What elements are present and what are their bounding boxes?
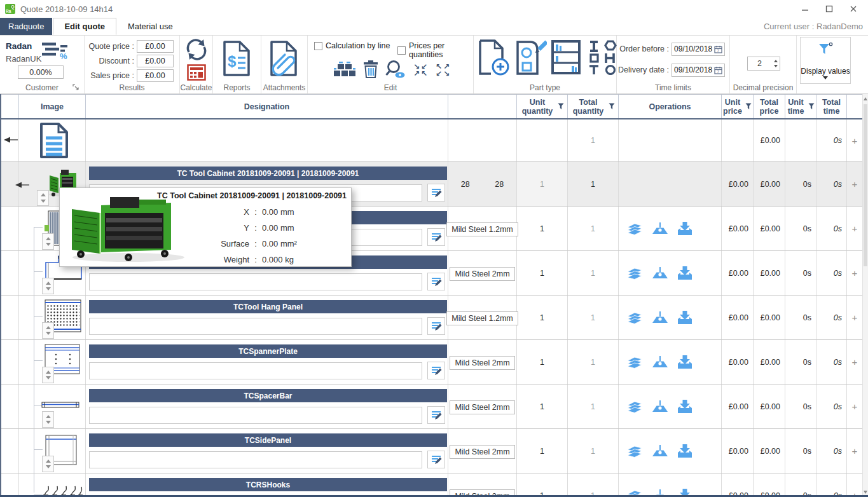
spinner-down-icon[interactable]: [46, 332, 51, 335]
part-row[interactable]: TCSidePanelMild Steel 2mm11£0.00£0.000s0…: [0, 429, 862, 473]
expand-all-icon[interactable]: ↖↗↙↘: [435, 64, 450, 78]
header-unit-price[interactable]: Unit price: [722, 95, 754, 118]
part-row[interactable]: TCRSHooksMild Steel 2mm11£0.00£0.000s0s+: [0, 473, 862, 496]
tab-radquote[interactable]: Radquote: [0, 18, 52, 35]
edit-part-icon[interactable]: [514, 39, 547, 78]
nesting-operation-icon[interactable]: [626, 400, 643, 413]
material-selector[interactable]: Mild Steel 2mm: [450, 445, 514, 459]
vertical-scrollbar[interactable]: [862, 94, 868, 497]
comment-input[interactable]: [89, 362, 422, 379]
spinner-up-icon[interactable]: [46, 371, 51, 374]
sales-price-input[interactable]: £0.00: [137, 69, 174, 82]
minimize-button[interactable]: [793, 0, 817, 18]
customer-discount-input[interactable]: 0.00%: [18, 65, 64, 79]
header-total-time[interactable]: Total time: [816, 95, 847, 118]
stepper-up-icon[interactable]: [774, 60, 778, 62]
header-total-quantity[interactable]: Total quantity: [568, 95, 619, 118]
note-button[interactable]: [427, 362, 445, 379]
prices-per-quantities-checkbox[interactable]: [397, 46, 406, 55]
calculate-group[interactable]: Calculate: [180, 36, 213, 93]
header-unit-quantity[interactable]: Unit quantity: [517, 95, 568, 118]
report-document-icon[interactable]: $: [221, 40, 254, 79]
stepper-down-icon[interactable]: [774, 65, 778, 67]
prices-per-quantities-option[interactable]: Prices per quantities: [397, 41, 473, 59]
collapse-arrow-icon[interactable]: [3, 136, 18, 146]
spinner-down-icon[interactable]: [46, 243, 51, 246]
import-operation-icon[interactable]: [677, 222, 692, 236]
add-operation-button[interactable]: +: [852, 223, 858, 234]
spinner-up-icon[interactable]: [46, 415, 51, 418]
note-button[interactable]: [427, 273, 445, 290]
part-row[interactable]: TCSpannerPlateMild Steel 2mm11£0.00£0.00…: [0, 340, 862, 385]
calculate-button-label[interactable]: Calculate: [180, 83, 212, 92]
attachments-button-label[interactable]: Attachments: [261, 83, 307, 92]
quote-row[interactable]: 1£0.000s+: [0, 119, 862, 162]
scroll-up-icon[interactable]: [864, 97, 867, 100]
bending-operation-icon[interactable]: [652, 311, 668, 324]
spinner-down-icon[interactable]: [41, 200, 46, 203]
quantity-spinner[interactable]: [42, 411, 54, 428]
maximize-button[interactable]: [817, 0, 841, 18]
comment-input[interactable]: [89, 273, 422, 290]
note-button[interactable]: [427, 406, 445, 424]
part-row[interactable]: TCSpacerBarMild Steel 2mm11£0.00£0.000s0…: [0, 385, 862, 429]
close-button[interactable]: [841, 0, 865, 18]
note-button[interactable]: [427, 228, 445, 246]
bending-operation-icon[interactable]: [652, 445, 668, 458]
scroll-down-icon[interactable]: [864, 491, 867, 494]
reports-button-label[interactable]: Reports: [213, 83, 261, 92]
spinner-up-icon[interactable]: [46, 460, 51, 463]
comment-input[interactable]: [89, 407, 422, 424]
bending-operation-icon[interactable]: [652, 356, 668, 369]
spinner-up-icon[interactable]: [46, 282, 51, 285]
note-button[interactable]: [427, 317, 445, 335]
spinner-down-icon[interactable]: [46, 465, 51, 468]
sync-arrows-icon[interactable]: [185, 38, 208, 63]
nesting-operation-icon[interactable]: [626, 222, 643, 235]
nesting-operation-icon[interactable]: [626, 445, 643, 458]
stock-shelf-icon[interactable]: [551, 39, 582, 78]
quantity-spinner[interactable]: [42, 233, 54, 250]
nesting-operation-icon[interactable]: [626, 311, 643, 324]
material-selector[interactable]: Mild Steel 1.2mm: [446, 311, 518, 325]
part-row[interactable]: TCTool Hang PanelMild Steel 1.2mm11£0.00…: [0, 296, 862, 340]
profile-shapes-icon[interactable]: [586, 39, 618, 78]
tab-material-use[interactable]: Material use: [117, 18, 184, 35]
note-button[interactable]: [427, 451, 445, 468]
import-operation-icon[interactable]: [677, 355, 692, 369]
header-operations[interactable]: Operations: [619, 95, 722, 118]
quantity-spinner[interactable]: [37, 190, 49, 206]
material-selector[interactable]: Mild Steel 1.2mm: [446, 222, 518, 236]
material-selector[interactable]: Mild Steel 2mm: [450, 267, 514, 281]
bending-operation-icon[interactable]: [652, 267, 668, 280]
bending-operation-icon[interactable]: [652, 400, 668, 413]
attachment-paperclip-icon[interactable]: [268, 40, 301, 79]
import-operation-icon[interactable]: [677, 400, 692, 414]
bending-operation-icon[interactable]: [652, 222, 668, 235]
material-selector[interactable]: Mild Steel 2mm: [450, 356, 514, 370]
dialog-launcher-icon[interactable]: [72, 83, 80, 91]
header-designation[interactable]: Designation: [86, 95, 448, 118]
new-part-icon[interactable]: [477, 39, 510, 78]
zoom-view-icon[interactable]: [385, 60, 406, 81]
bricks-icon[interactable]: [333, 61, 356, 79]
spinner-down-icon[interactable]: [46, 287, 51, 290]
quantity-spinner[interactable]: [42, 367, 54, 383]
spinner-up-icon[interactable]: [41, 193, 46, 196]
nesting-operation-icon[interactable]: [626, 356, 643, 369]
comment-input[interactable]: [89, 451, 422, 468]
note-button[interactable]: [427, 184, 445, 201]
spinner-down-icon[interactable]: [46, 421, 51, 424]
decimal-precision-stepper[interactable]: 2: [747, 57, 780, 71]
display-values-button[interactable]: Display values: [800, 37, 851, 84]
add-operation-button[interactable]: +: [852, 357, 858, 367]
add-operation-button[interactable]: +: [852, 312, 858, 323]
quote-price-input[interactable]: £0.00: [137, 40, 174, 53]
delivery-date-input[interactable]: 09/10/20187: [672, 64, 725, 77]
attachments-group[interactable]: Attachments: [261, 36, 308, 93]
add-operation-button[interactable]: +: [852, 446, 858, 456]
reports-group[interactable]: $ Reports: [213, 36, 261, 93]
calculation-by-line-checkbox[interactable]: [314, 42, 322, 50]
header-image[interactable]: Image: [19, 95, 86, 118]
collapse-all-icon[interactable]: ↘↙↗↖: [413, 64, 428, 78]
